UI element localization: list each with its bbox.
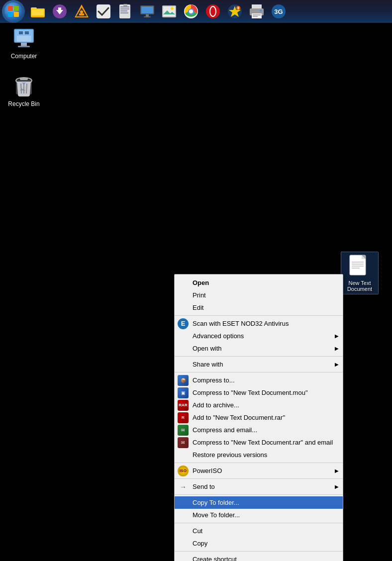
svg-rect-16: [120, 12, 128, 13]
menu-item-advanced-options[interactable]: Advanced options: [175, 330, 343, 342]
move-to-icon: [178, 510, 189, 521]
svg-line-53: [21, 84, 21, 94]
check-icon: [96, 3, 111, 19]
opera-icon: [205, 3, 221, 19]
menu-item-cut[interactable]: Cut: [175, 525, 343, 537]
desktop-icon-computer[interactable]: Computer: [4, 25, 44, 62]
taskbar-chrome-button[interactable]: [181, 1, 201, 22]
compress5-icon: ✉: [178, 425, 189, 436]
svg-rect-48: [19, 31, 23, 34]
menu-item-compress-email[interactable]: ✉ Compress and email...: [175, 424, 343, 436]
taskbar-utility-button[interactable]: [224, 1, 245, 22]
svg-rect-45: [21, 43, 27, 46]
svg-rect-9: [79, 13, 84, 15]
svg-rect-20: [146, 14, 149, 16]
menu-item-open-with[interactable]: Open with: [175, 342, 343, 355]
taskbar-notepad-button[interactable]: [115, 1, 136, 22]
menu-item-share-with[interactable]: Share with: [175, 358, 343, 371]
svg-point-10: [80, 10, 83, 13]
menu-separator-7: [175, 523, 343, 523]
menu-item-compress-rar-email[interactable]: ✉ Compress to "New Text Document.rar" an…: [175, 436, 343, 449]
printer-icon: [249, 3, 265, 19]
menu-separator-5: [175, 478, 343, 479]
context-menu: Open Print Edit E Scan with ESET NOD32 A…: [174, 274, 343, 561]
taskbar-monitor-button[interactable]: [137, 1, 158, 22]
menu-item-send-to[interactable]: → Send to: [175, 480, 343, 493]
menu-item-print[interactable]: Print: [175, 289, 343, 301]
menu-item-compress-mou[interactable]: ▣ Compress to "New Text Document.mou": [175, 386, 343, 399]
menu-separator-4: [175, 463, 343, 463]
computer-icon-label: Computer: [11, 53, 37, 60]
menu-item-add-rar[interactable]: R Add to "New Text Document.rar": [175, 411, 343, 424]
svg-rect-19: [141, 6, 153, 13]
svg-rect-17: [123, 4, 127, 6]
svg-rect-47: [17, 36, 31, 42]
menu-item-add-archive[interactable]: RAR Add to archive...: [175, 399, 343, 411]
share-with-icon: [178, 359, 189, 370]
menu-item-copy[interactable]: Copy: [175, 537, 343, 550]
taskbar-photo-button[interactable]: [159, 1, 180, 22]
menu-item-compress-to[interactable]: 📦 Compress to...: [175, 374, 343, 386]
menu-item-restore[interactable]: Restore previous versions: [175, 449, 343, 461]
compress6-icon: ✉: [178, 437, 189, 448]
download-icon: [52, 3, 68, 19]
taskbar-opera-button[interactable]: [202, 1, 223, 22]
menu-item-edit[interactable]: Edit: [175, 301, 343, 314]
send-to-icon: →: [178, 481, 189, 492]
menu-separator-2: [175, 356, 343, 357]
menu-item-poweriso[interactable]: ISO PowerISO: [175, 465, 343, 477]
menu-item-open[interactable]: Open: [175, 277, 343, 289]
start-button[interactable]: [2, 0, 25, 23]
taskbar-vlc-button[interactable]: [71, 1, 92, 22]
print-icon: [178, 290, 189, 301]
menu-item-scan[interactable]: E Scan with ESET NOD32 Antivirus: [175, 317, 343, 330]
taskbar-folder-button[interactable]: [27, 1, 48, 22]
svg-rect-6: [58, 7, 61, 11]
recycle-bin-icon: [12, 75, 36, 98]
create-shortcut-icon: [178, 554, 189, 561]
taskbar: 3G: [0, 0, 392, 23]
menu-separator-6: [175, 494, 343, 495]
svg-rect-35: [252, 4, 262, 8]
restore-icon: [178, 450, 189, 461]
new-text-doc-label: New TextDocument: [347, 280, 372, 292]
svg-rect-21: [144, 16, 151, 17]
taskbar-check-button[interactable]: [93, 1, 114, 22]
svg-point-28: [189, 9, 193, 13]
copy-icon: [178, 538, 189, 549]
advanced-options-icon: [178, 331, 189, 342]
svg-line-54: [26, 84, 27, 94]
new-text-document-icon[interactable]: New TextDocument: [341, 252, 379, 294]
monitor-icon: [139, 3, 155, 19]
menu-item-create-shortcut[interactable]: Create shortcut: [175, 553, 343, 561]
menu-separator-3: [175, 372, 343, 373]
svg-rect-40: [260, 10, 262, 11]
menu-separator-1: [175, 315, 343, 316]
compress4-icon: R: [178, 412, 189, 423]
desktop: Computer Recycle Bin: [0, 23, 392, 561]
svg-rect-14: [120, 8, 129, 9]
poweriso-icon: ISO: [178, 466, 189, 476]
svg-rect-38: [253, 14, 261, 15]
menu-item-move-to[interactable]: Move To folder...: [175, 509, 343, 521]
taskbar-printer-button[interactable]: [246, 1, 267, 22]
cut-icon: [178, 526, 189, 537]
compress2-icon: ▣: [178, 387, 189, 398]
utility-icon: [227, 3, 243, 19]
edit-icon: [178, 302, 189, 313]
taskbar-download-button[interactable]: [49, 1, 70, 22]
desktop-icon-recycle-bin[interactable]: Recycle Bin: [4, 73, 44, 109]
open-icon: [178, 278, 189, 288]
computer-icon: [12, 27, 36, 51]
windows-logo-icon: [8, 6, 19, 17]
chrome-icon: [183, 3, 199, 19]
recycle-bin-label: Recycle Bin: [8, 100, 39, 107]
svg-rect-55: [20, 78, 28, 80]
taskbar-network-button[interactable]: 3G: [268, 1, 289, 22]
menu-item-copy-to[interactable]: Copy To folder...: [175, 496, 343, 509]
notepad-icon: [117, 3, 133, 19]
menu-separator-8: [175, 551, 343, 552]
network-icon: 3G: [271, 3, 287, 19]
svg-rect-13: [120, 6, 129, 7]
compress1-icon: 📦: [178, 375, 189, 386]
